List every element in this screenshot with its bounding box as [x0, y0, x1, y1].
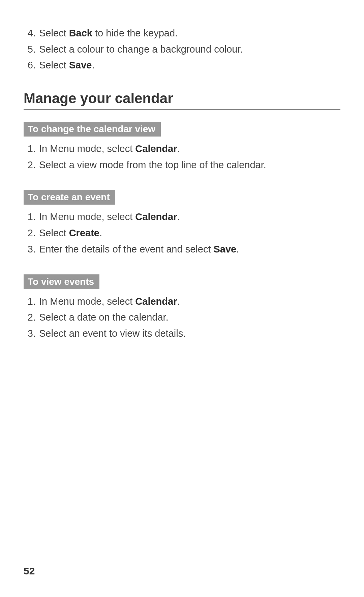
- list-item: 3. Enter the details of the event and se…: [24, 243, 340, 256]
- bold-span: Back: [69, 28, 92, 38]
- list-item: 1. In Menu mode, select Calendar.: [24, 295, 340, 308]
- bold-span: Calendar: [135, 211, 177, 222]
- list-text: Enter the details of the event and selec…: [39, 243, 340, 256]
- list-text: In Menu mode, select Calendar.: [39, 143, 340, 155]
- list-number: 2.: [24, 159, 39, 172]
- list-text: Select a view mode from the top line of …: [39, 159, 340, 172]
- list-text: Select an event to view its details.: [39, 327, 340, 340]
- list-item: 3. Select an event to view its details.: [24, 327, 340, 340]
- list-item: 5. Select a colour to change a backgroun…: [24, 43, 340, 56]
- text-span: Select a date on the calendar.: [39, 312, 169, 323]
- list-item: 1. In Menu mode, select Calendar.: [24, 143, 340, 155]
- text-span: In Menu mode, select: [39, 211, 135, 222]
- subsection-title: To change the calendar view: [24, 122, 161, 137]
- text-span: .: [236, 244, 239, 255]
- list-number: 5.: [24, 43, 39, 56]
- text-span: Select: [39, 228, 69, 238]
- subsection-title: To view events: [24, 274, 99, 289]
- bold-span: Calendar: [135, 296, 177, 307]
- list-text: Select Back to hide the keypad.: [39, 27, 340, 40]
- document-page: 4. Select Back to hide the keypad. 5. Se…: [0, 0, 364, 597]
- list-item: 2. Select Create.: [24, 227, 340, 240]
- text-span: .: [99, 228, 102, 238]
- bold-span: Save: [214, 244, 237, 255]
- list-number: 1.: [24, 143, 39, 155]
- section-title: Manage your calendar: [24, 90, 340, 110]
- text-span: .: [177, 296, 180, 307]
- text-span: Select an event to view its details.: [39, 328, 186, 339]
- list-text: Select Create.: [39, 227, 340, 240]
- list-number: 2.: [24, 311, 39, 324]
- list-item: 2. Select a view mode from the top line …: [24, 159, 340, 172]
- subsection-title: To create an event: [24, 190, 115, 205]
- page-number: 52: [24, 565, 35, 577]
- list-item: 2. Select a date on the calendar.: [24, 311, 340, 324]
- top-ordered-list: 4. Select Back to hide the keypad. 5. Se…: [24, 27, 340, 72]
- list-text: Select Save.: [39, 59, 340, 72]
- text-span: to hide the keypad.: [92, 28, 178, 38]
- ordered-list: 1. In Menu mode, select Calendar. 2. Sel…: [24, 295, 340, 340]
- text-span: .: [92, 60, 94, 70]
- text-span: Select a view mode from the top line of …: [39, 159, 266, 170]
- text-span: Enter the details of the event and selec…: [39, 244, 214, 255]
- list-text: In Menu mode, select Calendar.: [39, 295, 340, 308]
- list-number: 3.: [24, 243, 39, 256]
- text-span: Select: [39, 60, 69, 70]
- bold-span: Save: [69, 60, 92, 70]
- list-number: 1.: [24, 211, 39, 223]
- text-span: .: [177, 211, 180, 222]
- list-number: 6.: [24, 59, 39, 72]
- list-text: Select a date on the calendar.: [39, 311, 340, 324]
- list-number: 1.: [24, 295, 39, 308]
- bold-span: Create: [69, 228, 99, 238]
- list-text: In Menu mode, select Calendar.: [39, 211, 340, 223]
- text-span: In Menu mode, select: [39, 143, 135, 154]
- list-item: 1. In Menu mode, select Calendar.: [24, 211, 340, 223]
- text-span: .: [177, 143, 180, 154]
- text-span: Select a colour to change a background c…: [39, 44, 243, 55]
- list-text: Select a colour to change a background c…: [39, 43, 340, 56]
- text-span: In Menu mode, select: [39, 296, 135, 307]
- bold-span: Calendar: [135, 143, 177, 154]
- list-number: 3.: [24, 327, 39, 340]
- list-item: 6. Select Save.: [24, 59, 340, 72]
- ordered-list: 1. In Menu mode, select Calendar. 2. Sel…: [24, 211, 340, 256]
- list-number: 4.: [24, 27, 39, 40]
- text-span: Select: [39, 28, 69, 38]
- ordered-list: 1. In Menu mode, select Calendar. 2. Sel…: [24, 143, 340, 171]
- list-number: 2.: [24, 227, 39, 240]
- list-item: 4. Select Back to hide the keypad.: [24, 27, 340, 40]
